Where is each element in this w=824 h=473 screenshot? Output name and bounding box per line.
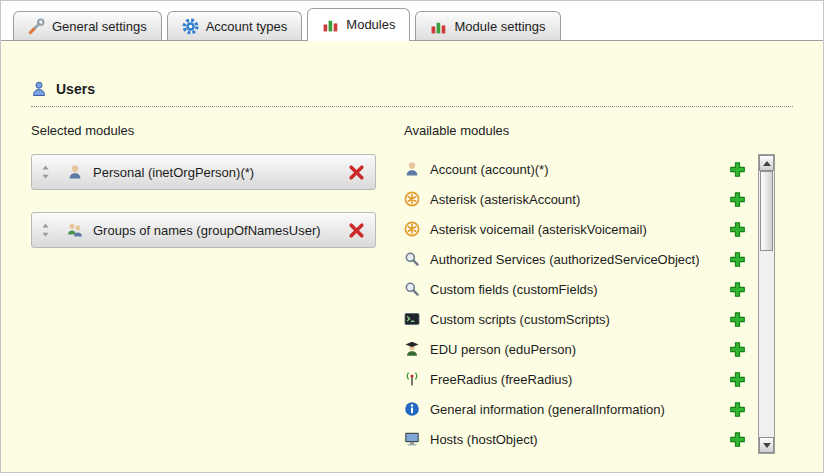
green-plus-icon (729, 191, 746, 208)
tab-module-settings[interactable]: Module settings (415, 11, 560, 40)
green-plus-icon (729, 251, 746, 268)
available-module-authorized-services: Authorized Services (authorizedServiceOb… (404, 244, 756, 274)
available-module-label: Authorized Services (authorizedServiceOb… (430, 252, 700, 267)
asterisk-icon (404, 191, 420, 207)
add-module-button[interactable] (729, 191, 746, 208)
modules-panel: Users Selected modules Personal (inetOrg… (1, 41, 823, 473)
green-plus-icon (729, 341, 746, 358)
tab-label: General settings (52, 19, 147, 34)
tab-label: Module settings (454, 19, 545, 34)
magnifier-icon (404, 251, 420, 267)
drag-handle-icon[interactable] (40, 223, 51, 237)
green-plus-icon (729, 281, 746, 298)
selected-modules-column: Selected modules Personal (inetOrgPerson… (31, 123, 404, 454)
green-plus-icon (729, 311, 746, 328)
available-module-label: Custom fields (customFields) (430, 282, 598, 297)
add-module-button[interactable] (729, 221, 746, 238)
available-module-edu-person: EDU person (eduPerson) (404, 334, 756, 364)
tab-general-settings[interactable]: General settings (13, 11, 162, 40)
scroll-down-button[interactable] (759, 437, 774, 453)
add-module-button[interactable] (729, 401, 746, 418)
vertical-scrollbar[interactable] (758, 154, 775, 454)
antenna-icon (404, 371, 420, 387)
available-module-label: EDU person (eduPerson) (430, 342, 576, 357)
available-module-custom-scripts: Custom scripts (customScripts) (404, 304, 756, 334)
arrow-up-icon (763, 161, 771, 166)
add-module-button[interactable] (729, 371, 746, 388)
available-module-general-information: General information (generalInformation) (404, 394, 756, 424)
add-module-button[interactable] (729, 251, 746, 268)
available-module-custom-fields: Custom fields (customFields) (404, 274, 756, 304)
green-plus-icon (729, 431, 746, 448)
tab-label: Account types (206, 19, 288, 34)
drag-handle-icon[interactable] (40, 165, 51, 179)
available-module-label: Hosts (hostObject) (430, 432, 538, 447)
person-icon (67, 164, 83, 180)
available-module-asterisk-voicemail: Asterisk voicemail (asteriskVoicemail) (404, 214, 756, 244)
info-icon (404, 401, 420, 417)
available-module-label: FreeRadius (freeRadius) (430, 372, 572, 387)
available-module-asterisk: Asterisk (asteriskAccount) (404, 184, 756, 214)
tab-label: Modules (346, 17, 395, 32)
add-module-button[interactable] (729, 431, 746, 448)
selected-module-label: Groups of names (groupOfNamesUser) (93, 223, 348, 238)
remove-module-button[interactable] (348, 164, 365, 181)
add-module-button[interactable] (729, 341, 746, 358)
arrow-down-icon (763, 443, 771, 448)
tools-icon (28, 18, 45, 35)
add-module-button[interactable] (729, 311, 746, 328)
graduate-icon (404, 341, 420, 357)
available-modules-column: Available modules Account (account)(*) A… (404, 123, 793, 454)
person-icon (404, 161, 420, 177)
tab-account-types[interactable]: Account types (167, 11, 303, 40)
red-cross-icon (348, 222, 365, 239)
user-icon (31, 81, 47, 97)
available-module-label: Asterisk (asteriskAccount) (430, 192, 580, 207)
green-plus-icon (729, 371, 746, 388)
add-module-button[interactable] (729, 161, 746, 178)
terminal-icon (404, 311, 420, 327)
bar-chart-icon (322, 16, 339, 33)
green-plus-icon (729, 161, 746, 178)
available-module-hosts: Hosts (hostObject) (404, 424, 756, 454)
tab-bar: General settings Account types Modules M… (1, 1, 823, 41)
users-section-header: Users (31, 81, 793, 107)
available-module-freeradius: FreeRadius (freeRadius) (404, 364, 756, 394)
group-icon (67, 222, 83, 238)
asterisk-icon (404, 221, 420, 237)
available-module-label: Asterisk voicemail (asteriskVoicemail) (430, 222, 647, 237)
red-cross-icon (348, 164, 365, 181)
bar-chart-icon (430, 18, 447, 35)
available-modules-label: Available modules (404, 123, 793, 138)
available-module-account: Account (account)(*) (404, 154, 756, 184)
selected-module-personal[interactable]: Personal (inetOrgPerson)(*) (31, 154, 376, 190)
magnifier-icon (404, 281, 420, 297)
section-title: Users (56, 81, 95, 97)
green-plus-icon (729, 401, 746, 418)
green-plus-icon (729, 221, 746, 238)
gear-icon (182, 18, 199, 35)
available-module-label: Account (account)(*) (430, 162, 549, 177)
available-module-label: General information (generalInformation) (430, 402, 665, 417)
selected-modules-label: Selected modules (31, 123, 404, 138)
selected-module-groups-of-names[interactable]: Groups of names (groupOfNamesUser) (31, 212, 376, 248)
add-module-button[interactable] (729, 281, 746, 298)
scroll-up-button[interactable] (759, 155, 774, 171)
available-module-label: Custom scripts (customScripts) (430, 312, 610, 327)
remove-module-button[interactable] (348, 222, 365, 239)
scrollbar-thumb[interactable] (760, 171, 773, 251)
computer-icon (404, 431, 420, 447)
tab-modules[interactable]: Modules (307, 8, 410, 41)
selected-module-label: Personal (inetOrgPerson)(*) (93, 165, 348, 180)
available-modules-list: Account (account)(*) Asterisk (asteriskA… (404, 154, 756, 454)
